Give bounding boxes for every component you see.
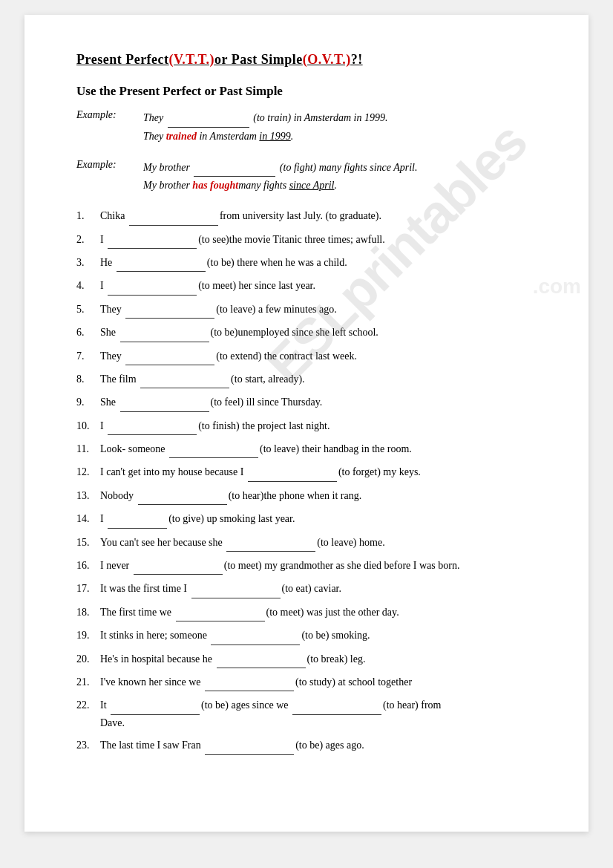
exercise-item: 20. He's in hospital because he (to brea… xyxy=(76,651,544,668)
blank xyxy=(217,651,306,668)
blank xyxy=(125,301,214,319)
exercise-item: 9. She (to feel) ill since Thursday. xyxy=(76,394,544,411)
title-part3: ?! xyxy=(351,52,363,67)
blank xyxy=(134,558,223,575)
blank xyxy=(140,371,229,388)
exercise-item: 4. I (to meet) her since last year. xyxy=(76,278,544,295)
exercise-item: 7. They (to extend) the contract last we… xyxy=(76,348,544,365)
exercise-item: 19. It stinks in here; someone (to be) s… xyxy=(76,627,544,645)
blank xyxy=(205,674,294,691)
exercise-item: 5. They (to leave) a few minutes ago. xyxy=(76,301,544,319)
exercise-text: I (to finish) the project last night. xyxy=(100,418,544,435)
exercise-text: I (to give) up smoking last year. xyxy=(100,511,544,528)
blank xyxy=(205,737,294,754)
exercise-text: It stinks in here; someone (to be) smoki… xyxy=(100,627,544,645)
exercise-text: I (to meet) her since last year. xyxy=(100,278,544,295)
exercise-num: 12. xyxy=(76,464,100,481)
example-1: Example: They (to train) in Amsterdam in… xyxy=(76,109,544,146)
exercise-text: You can't see her because she (to leave)… xyxy=(100,535,544,552)
example-2-blank xyxy=(194,159,275,177)
exercise-item: 3. He (to be) there when he was a child. xyxy=(76,255,544,272)
exercise-num: 6. xyxy=(76,324,100,342)
exercise-num: 11. xyxy=(76,441,100,458)
exercise-item: 17. It was the first time I (to eat) cav… xyxy=(76,581,544,598)
exercise-text: It was the first time I (to eat) caviar. xyxy=(100,581,544,598)
exercise-text: They (to extend) the contract last week. xyxy=(100,348,544,365)
exercise-num: 13. xyxy=(76,488,100,505)
worksheet-page: ESLprintables .com Present Perfect(V.T.T… xyxy=(24,15,589,832)
exercise-item: 8. The film (to start, already). xyxy=(76,371,544,388)
exercise-text: The first time we (to meet) was just the… xyxy=(100,604,544,621)
title-ovt: (O.V.T.) xyxy=(303,52,351,67)
blank xyxy=(191,581,281,598)
exercise-num: 3. xyxy=(76,255,100,272)
example-2-label: Example: xyxy=(76,159,143,195)
blank xyxy=(226,535,315,552)
blank xyxy=(108,511,167,528)
worksheet-title: Present Perfect(V.T.T.)or Past Simple(O.… xyxy=(76,52,544,68)
exercise-text: He (to be) there when he was a child. xyxy=(100,255,544,272)
title-part2: or Past Simple xyxy=(214,52,303,67)
exercise-num: 22. xyxy=(76,697,100,731)
exercise-item: 16. I never (to meet) my grandmother as … xyxy=(76,558,544,575)
exercise-num: 9. xyxy=(76,394,100,411)
exercise-num: 23. xyxy=(76,737,100,754)
example-1-answer: trained xyxy=(166,131,197,142)
exercise-text: Look- someone (to leave) their handbag i… xyxy=(100,441,544,458)
exercise-item: 1. Chika from university last July. (to … xyxy=(76,208,544,225)
blank xyxy=(125,348,214,365)
blank xyxy=(129,208,218,225)
worksheet-subtitle: Use the Present Perfect or Past Simple xyxy=(76,84,544,99)
exercise-item: 2. I (to see)the movie Titanic three tim… xyxy=(76,232,544,249)
example-1-underline: in 1999 xyxy=(259,131,290,142)
blank xyxy=(169,441,258,458)
example-1-blank xyxy=(168,109,249,128)
example-1-content: They (to train) in Amsterdam in 1999. Th… xyxy=(143,109,387,146)
exercise-item: 23. The last time I saw Fran (to be) age… xyxy=(76,737,544,754)
blank xyxy=(120,394,209,411)
exercise-num: 19. xyxy=(76,627,100,645)
exercise-item: 12. I can't get into my house because I … xyxy=(76,464,544,481)
exercises-list: 1. Chika from university last July. (to … xyxy=(76,208,544,754)
exercise-num: 17. xyxy=(76,581,100,598)
blank xyxy=(108,232,197,249)
example-2-underline: since April xyxy=(289,180,335,191)
blank xyxy=(211,627,300,645)
exercise-text: He's in hospital because he (to break) l… xyxy=(100,651,544,668)
exercise-num: 16. xyxy=(76,558,100,575)
exercise-num: 8. xyxy=(76,371,100,388)
example-1-label: Example: xyxy=(76,109,143,146)
exercise-text: She (to be)unemployed since she left sch… xyxy=(100,324,544,342)
blank xyxy=(117,255,206,272)
exercise-text: I (to see)the movie Titanic three times;… xyxy=(100,232,544,249)
exercise-item: 18. The first time we (to meet) was just… xyxy=(76,604,544,621)
exercise-num: 10. xyxy=(76,418,100,435)
exercise-num: 7. xyxy=(76,348,100,365)
exercise-item: 11. Look- someone (to leave) their handb… xyxy=(76,441,544,458)
exercise-text: They (to leave) a few minutes ago. xyxy=(100,301,544,319)
exercise-num: 14. xyxy=(76,511,100,528)
blank xyxy=(120,324,209,342)
exercise-num: 2. xyxy=(76,232,100,249)
exercise-text: I can't get into my house because I (to … xyxy=(100,464,544,481)
exercise-item: 6. She (to be)unemployed since she left … xyxy=(76,324,544,342)
exercise-item: 10. I (to finish) the project last night… xyxy=(76,418,544,435)
exercise-num: 4. xyxy=(76,278,100,295)
title-vtt: (V.T.T.) xyxy=(169,52,215,67)
blank xyxy=(138,488,227,505)
exercise-num: 20. xyxy=(76,651,100,668)
example-2-content: My brother (to fight) many fights since … xyxy=(143,159,417,195)
blank xyxy=(111,697,200,714)
exercise-text: Nobody (to hear)the phone when it rang. xyxy=(100,488,544,505)
blank2 xyxy=(292,697,381,714)
exercise-num: 5. xyxy=(76,301,100,319)
exercise-num: 18. xyxy=(76,604,100,621)
exercise-text: I've known her since we (to study) at sc… xyxy=(100,674,544,691)
blank xyxy=(108,418,197,435)
exercise-text: The film (to start, already). xyxy=(100,371,544,388)
blank xyxy=(248,464,337,481)
exercise-item: 21. I've known her since we (to study) a… xyxy=(76,674,544,691)
exercise-text: She (to feel) ill since Thursday. xyxy=(100,394,544,411)
exercise-text: I never (to meet) my grandmother as she … xyxy=(100,558,544,575)
blank xyxy=(176,604,265,621)
